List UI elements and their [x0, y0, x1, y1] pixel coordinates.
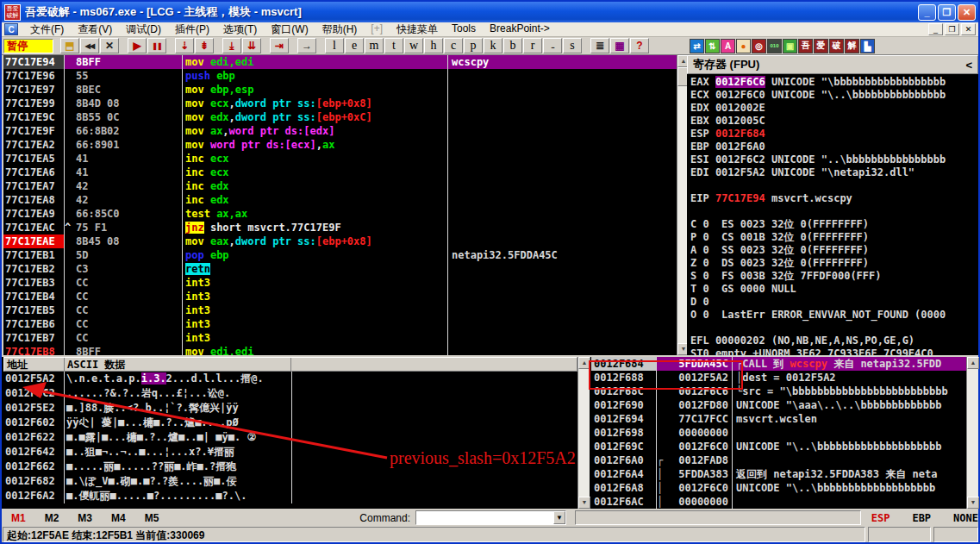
breakpoints-button[interactable]: b	[503, 38, 522, 53]
cpu-button[interactable]: c	[444, 38, 463, 53]
register-line[interactable]	[690, 322, 978, 335]
disasm-row[interactable]: 77C17EB7CCint3	[3, 331, 677, 345]
stack-row[interactable]: 0012F6AC│00000000	[591, 495, 966, 509]
memory-button[interactable]: m	[365, 38, 384, 53]
register-line[interactable]: EBP 0012F6A0	[690, 141, 978, 153]
menu-item-[interactable]: [+]	[364, 22, 390, 38]
rewind-button[interactable]: ◀◀	[80, 38, 99, 53]
52pojie-wu-button[interactable]: 吾	[798, 39, 813, 53]
stack-row[interactable]: 0012F6A8│0012F6C0UNICODE "\..\bbbbbbbbbb…	[591, 481, 966, 495]
52pojie-ai-button[interactable]: 爱	[814, 39, 828, 53]
dump-row[interactable]: 0012F662■.....丽■.....??丽■.岞■.?搢狍	[3, 460, 577, 474]
register-line[interactable]: EAX 0012F6C6 UNICODE "\bbbbbbbbbbbbbbbbb…	[690, 76, 978, 89]
source-button[interactable]: s	[563, 38, 582, 53]
stack-row[interactable]: 0012F69C0012F6C0UNICODE "\..\bbbbbbbbbbb…	[591, 440, 966, 453]
scroll-down-icon[interactable]: ▼	[578, 497, 590, 509]
52pojie-jie-button[interactable]: 解	[845, 39, 859, 53]
tab-m1[interactable]: M1	[2, 512, 35, 524]
go-to-button[interactable]: →	[297, 38, 316, 53]
disasm-row[interactable]: 77C17E998B4D 08mov ecx,dword ptr ss:[ebp…	[3, 97, 677, 110]
minimize-icon[interactable]: _	[918, 4, 936, 21]
register-line[interactable]: EDX 0012002E	[690, 102, 978, 115]
register-line[interactable]: EDI 0012F5A2 UNICODE "\netapi32.dll"	[690, 166, 978, 179]
menu-item-tools[interactable]: Tools	[445, 22, 483, 38]
scroll-up-icon[interactable]: ▲	[578, 357, 590, 369]
register-line[interactable]: C 0 ES 0023 32位 0(FFFFFFFF)	[690, 218, 978, 231]
disasm-row[interactable]: 77C17EA842inc edx	[3, 193, 677, 207]
menu-item-breakpoint[interactable]: BreakPoint->	[483, 22, 557, 38]
assembler-plugin-button[interactable]: A	[721, 39, 735, 53]
scroll-up-icon[interactable]: ▲	[967, 357, 979, 369]
disasm-row[interactable]: 77C17EAC^75 F1jnz short msvcrt.77C17E9F	[3, 221, 677, 234]
menu-item-f[interactable]: 文件(F)	[23, 22, 71, 38]
dump-row[interactable]: 0012F642■..狙■¬..¬..■...¦...x?.¥搢丽	[3, 445, 577, 460]
register-line[interactable]: ESP 0012F684	[690, 128, 978, 141]
dump-row[interactable]: 0012F682■.\ぽ_V■.砌■.■?.?羨....丽■.佞	[3, 474, 577, 489]
stack-row[interactable]: 0012F6900012FD80UNICODE "\aaa\..\..\bbbb…	[591, 398, 966, 412]
disasm-row[interactable]: 77C17E9F66:8B02mov ax,word ptr ds:[edx]	[3, 124, 677, 138]
menu-item-h[interactable]: 帮助(H)	[315, 22, 365, 38]
tab-m5[interactable]: M5	[135, 512, 169, 524]
chevron-down-icon[interactable]: ▼	[553, 511, 565, 524]
close-window-button[interactable]: ✕	[100, 38, 119, 53]
step-into-button[interactable]: ⇣	[175, 38, 194, 53]
menu-item-w[interactable]: 窗口(W)	[264, 22, 315, 38]
register-line[interactable]: EFL 00000202 (NO,NB,NE,A,NS,PO,GE,G)	[690, 335, 978, 347]
scroll-down-icon[interactable]: ▼	[967, 497, 979, 509]
stack-row[interactable]: 0012F69800000000	[591, 426, 966, 440]
executables-button[interactable]: e	[345, 38, 364, 53]
breakpoint-list-button[interactable]: ≣	[590, 38, 609, 53]
52pojie-po-button[interactable]: 破	[829, 39, 844, 53]
disasm-row[interactable]: 77C17EB88BFFmov edi,edi	[3, 345, 677, 355]
dump-row[interactable]: 0012F622■.■露|■...槦■.?..爐■..■| ■ÿ■. ②	[3, 430, 577, 445]
menu-item-d[interactable]: 调试(D)	[119, 22, 168, 38]
patches-button[interactable]: p	[464, 38, 483, 53]
record-plugin-button[interactable]: ●	[736, 39, 751, 53]
run-trace-button[interactable]: ...	[543, 38, 562, 53]
collapse-icon[interactable]: <	[965, 59, 972, 72]
menu-item-p[interactable]: 插件(P)	[168, 22, 216, 38]
disasm-row[interactable]: 77C17EA641inc ecx	[3, 166, 677, 179]
disasm-row[interactable]: 77C17EA966:85C0test ax,ax	[3, 207, 677, 221]
register-line[interactable]: Z 0 DS 0023 32位 0(FFFFFFFF)	[690, 257, 978, 270]
stack-scrollbar[interactable]: ▲ ▼	[966, 357, 978, 509]
swap-plugin-button[interactable]: ⇄	[690, 39, 704, 53]
register-line[interactable]: EIP 77C17E94 msvcrt.wcscpy	[690, 192, 978, 205]
windows-k-button[interactable]: ▦	[610, 38, 629, 53]
disasm-row[interactable]: 77C17EB6CCint3	[3, 317, 677, 331]
mdi-restore-icon[interactable]: ❐	[945, 23, 959, 35]
execute-till-return-button[interactable]: ⇥	[270, 38, 289, 53]
tab-m2[interactable]: M2	[35, 512, 69, 524]
maximize-icon[interactable]: ❐	[938, 4, 956, 21]
trace-into-button[interactable]: ⤓	[222, 38, 241, 53]
stack-row[interactable]: 0012F68C0012F6C6└src = "\bbbbbbbbbbbbbbb…	[591, 385, 966, 398]
disasm-row[interactable]: 77C17E9C8B55 0Cmov edx,dword ptr ss:[ebp…	[3, 110, 677, 124]
threads-button[interactable]: t	[384, 38, 403, 53]
menu-item-[interactable]: 快捷菜单	[390, 22, 445, 38]
register-line[interactable]: EBX 0012005C	[690, 115, 978, 128]
register-line[interactable]: ECX 0012F6C0 UNICODE "\..\bbbbbbbbbbbbbb…	[690, 89, 978, 102]
register-line[interactable]	[690, 205, 978, 218]
dump-row[interactable]: 0012F5E2■.]88.腠..<?.b..¦`?.髯億兴|ÿÿ	[3, 401, 577, 416]
stack-row[interactable]: 0012F6A0┌0012FAD8	[591, 453, 966, 467]
disasm-row[interactable]: 77C17E9655push ebp	[3, 69, 677, 83]
pause-button[interactable]: ❚❚	[147, 38, 166, 53]
open-file-button[interactable]: ⬒	[60, 38, 79, 53]
register-line[interactable]: P 0 CS 001B 32位 0(FFFFFFFF)	[690, 231, 978, 244]
tab-m4[interactable]: M4	[102, 512, 135, 524]
window-plugin-button[interactable]: ▣	[783, 39, 797, 53]
menu-item-v[interactable]: 查看(V)	[71, 22, 119, 38]
disasm-row[interactable]: 77C17EB4CCint3	[3, 290, 677, 303]
call-stack-button[interactable]: k	[484, 38, 502, 53]
disasm-row[interactable]: 77C17E948BFFmov edi,ediwcscpy	[3, 55, 677, 69]
stack-row[interactable]: 0012F6A4│5FDDA383返回到 netapi32.5FDDA383 来…	[591, 467, 966, 481]
help-button[interactable]: ?	[630, 38, 649, 53]
stack-row[interactable]: 0012F6845FDDA45C┌CALL 到 wcscpy 来自 netapi…	[591, 357, 966, 371]
disasm-row[interactable]: 77C17EA742inc edx	[3, 179, 677, 193]
register-line[interactable]: D 0	[690, 296, 978, 309]
dump-scrollbar[interactable]: ▲ ▼	[577, 357, 590, 509]
disasm-row[interactable]: 77C17EA266:8901mov word ptr ds:[ecx],ax	[3, 138, 677, 152]
disasm-row[interactable]: 77C17EAE8B45 08mov eax,dword ptr ss:[ebp…	[3, 234, 677, 248]
target-plugin-button[interactable]: ◎	[752, 39, 766, 53]
close-icon[interactable]: ✕	[958, 4, 976, 21]
